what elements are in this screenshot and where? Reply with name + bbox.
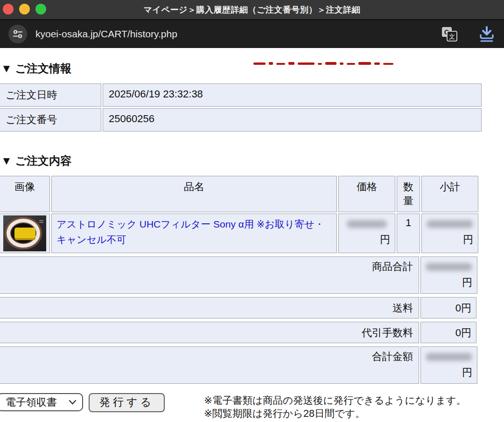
column-header-name: 品名 bbox=[51, 176, 337, 212]
items-total-label: 商品合計 bbox=[0, 256, 419, 294]
zoom-window-button[interactable] bbox=[35, 4, 46, 14]
shipping-value: 0円 bbox=[420, 297, 476, 318]
receipt-controls: 電子領収書 発行する ※電子書類は商品の発送後に発行できるようになります。 ※閲… bbox=[0, 393, 504, 421]
window-titlebar: マイページ＞購入履歴詳細（ご注文番号別）＞注文詳細 bbox=[0, 0, 504, 19]
redacted-subtotal-blur bbox=[427, 220, 473, 228]
receipt-type-value: 電子領収書 bbox=[6, 395, 57, 409]
table-row: 商品合計 円 bbox=[0, 256, 477, 294]
product-name-link[interactable]: アストロノミック UHCフィルター Sony α用 ※お取り寄せ・キャンセル不可 bbox=[56, 219, 324, 245]
order-number-label: ご注文番号 bbox=[0, 108, 101, 131]
column-header-price: 価格 bbox=[338, 176, 395, 212]
downloads-button[interactable] bbox=[479, 26, 495, 42]
redacted-price-blur bbox=[347, 220, 387, 228]
redacted-grand-total-blur bbox=[426, 353, 472, 361]
product-subtotal-cell: 円 bbox=[421, 214, 478, 253]
minimize-window-button[interactable] bbox=[19, 4, 30, 14]
order-info-heading: ▼ ご注文情報 bbox=[0, 61, 504, 76]
subtotal-unit: 円 bbox=[427, 233, 473, 247]
price-unit: 円 bbox=[343, 233, 390, 247]
grand-total-row: 合計金額 円 bbox=[0, 345, 479, 385]
table-row: 送料 0円 bbox=[0, 297, 476, 318]
tune-icon bbox=[13, 29, 23, 39]
order-info-table: ご注文日時 2025/06/19 23:32:38 ご注文番号 25060256 bbox=[0, 82, 483, 133]
shipping-row: 送料 0円 bbox=[0, 296, 478, 320]
cod-fee-row: 代引手数料 0円 bbox=[0, 320, 478, 345]
cod-fee-value: 0円 bbox=[420, 322, 476, 343]
download-icon bbox=[479, 26, 495, 42]
filter-glass-graphic bbox=[14, 228, 35, 240]
order-number-value: 25060256 bbox=[103, 108, 482, 131]
table-row: 合計金額 円 bbox=[0, 346, 477, 384]
grand-total-value: 円 bbox=[420, 346, 477, 384]
chevron-down-icon bbox=[69, 400, 77, 405]
column-header-subtotal: 小計 bbox=[421, 176, 478, 212]
address-bar: kyoei-osaka.jp/CART/history.php G 文 bbox=[0, 20, 504, 48]
redacted-total-blur bbox=[426, 263, 472, 271]
note-line: ※閲覧期限は発行から28日間です。 bbox=[204, 407, 466, 420]
product-image-cell bbox=[0, 214, 50, 253]
product-price-cell: 円 bbox=[338, 214, 395, 253]
order-date-value: 2025/06/19 23:32:38 bbox=[103, 83, 482, 107]
google-translate-icon: G 文 bbox=[441, 27, 457, 42]
shipping-label: 送料 bbox=[0, 297, 419, 318]
order-date-label: ご注文日時 bbox=[0, 83, 101, 107]
order-items-table: 画像 品名 価格 数量 小計 アストロノミック UHCフィルター Sony α用… bbox=[0, 174, 480, 255]
window-title: マイページ＞購入履歴詳細（ご注文番号別）＞注文詳細 bbox=[144, 4, 361, 15]
product-thumbnail[interactable] bbox=[3, 215, 46, 251]
items-total-row: 商品合計 円 bbox=[0, 255, 479, 295]
product-row: アストロノミック UHCフィルター Sony α用 ※お取り寄せ・キャンセル不可… bbox=[0, 214, 478, 253]
page-content: ▼ ご注文情報 ご注文日時 2025/06/19 23:32:38 ご注文番号 … bbox=[0, 61, 504, 421]
receipt-notes: ※電子書類は商品の発送後に発行できるようになります。 ※閲覧期限は発行から28日… bbox=[204, 393, 466, 421]
order-contents-heading: ▼ ご注文内容 bbox=[0, 153, 504, 168]
clipped-red-text bbox=[253, 61, 393, 65]
table-row: ご注文番号 25060256 bbox=[0, 108, 482, 131]
issue-receipt-button[interactable]: 発行する bbox=[89, 393, 165, 412]
translate-button[interactable]: G 文 bbox=[441, 27, 457, 42]
table-row: ご注文日時 2025/06/19 23:32:38 bbox=[0, 83, 482, 107]
svg-text:文: 文 bbox=[449, 33, 455, 40]
table-header-row: 画像 品名 価格 数量 小計 bbox=[0, 176, 478, 212]
items-total-value: 円 bbox=[420, 256, 477, 294]
traffic-lights bbox=[3, 4, 46, 14]
close-window-button[interactable] bbox=[3, 4, 14, 14]
cod-fee-label: 代引手数料 bbox=[0, 322, 419, 343]
url-field[interactable]: kyoei-osaka.jp/CART/history.php bbox=[35, 28, 441, 40]
product-quantity-cell: 1 bbox=[397, 214, 420, 253]
column-header-image: 画像 bbox=[0, 176, 50, 212]
column-header-quantity: 数量 bbox=[397, 176, 420, 212]
receipt-type-select[interactable]: 電子領収書 bbox=[0, 393, 83, 411]
note-line: ※電子書類は商品の発送後に発行できるようになります。 bbox=[204, 394, 466, 407]
product-name-cell: アストロノミック UHCフィルター Sony α用 ※お取り寄せ・キャンセル不可 bbox=[51, 214, 337, 253]
grand-total-label: 合計金額 bbox=[0, 346, 419, 384]
site-settings-button[interactable] bbox=[8, 25, 27, 43]
table-row: 代引手数料 0円 bbox=[0, 322, 476, 343]
